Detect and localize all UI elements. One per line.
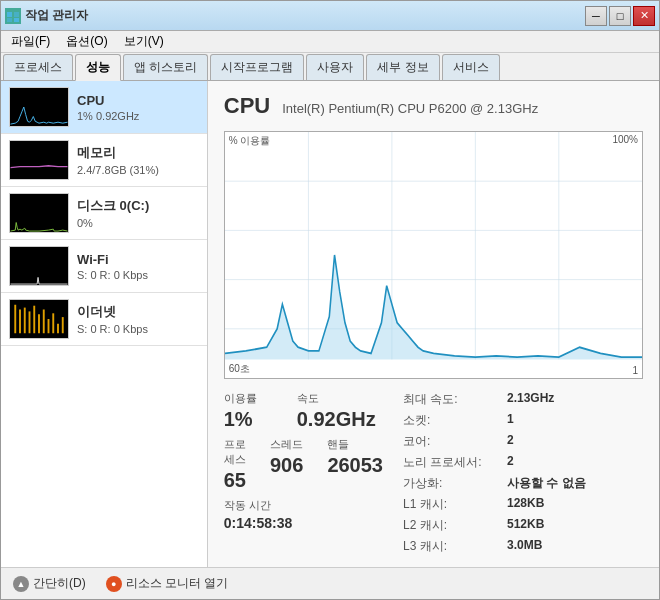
l3-key: L3 캐시: xyxy=(403,538,503,555)
right-stat-l2: L2 캐시: 512KB xyxy=(403,517,643,534)
title-bar: 작업 관리자 ─ □ ✕ xyxy=(1,1,659,31)
cpu-value: 1% 0.92GHz xyxy=(77,110,139,122)
maxspeed-key: 최대 속도: xyxy=(403,391,503,408)
chart-x-label-left: 60초 xyxy=(229,362,250,376)
ethernet-info: 이더넷 S: 0 R: 0 Kbps xyxy=(77,303,148,335)
wifi-mini-graph xyxy=(9,246,69,286)
utilization-stat: 이용률 1% xyxy=(224,391,257,431)
threads-label: 스레드 xyxy=(270,437,303,452)
wifi-value: S: 0 R: 0 Kbps xyxy=(77,269,148,281)
hide-label: 간단히(D) xyxy=(33,575,86,592)
maxspeed-val: 2.13GHz xyxy=(507,391,554,408)
menu-bar: 파일(F) 옵션(O) 보기(V) xyxy=(1,31,659,53)
sockets-key: 소켓: xyxy=(403,412,503,429)
ethernet-value: S: 0 R: 0 Kbps xyxy=(77,323,148,335)
speed-value: 0.92GHz xyxy=(297,408,376,431)
handles-stat: 핸들 26053 xyxy=(327,437,383,492)
memory-value: 2.4/7.8GB (31%) xyxy=(77,164,159,176)
disk-mini-graph xyxy=(9,193,69,233)
svg-rect-6 xyxy=(11,194,68,232)
menu-options[interactable]: 옵션(O) xyxy=(60,31,113,52)
resource-monitor-icon: ● xyxy=(106,576,122,592)
tab-performance[interactable]: 성능 xyxy=(75,54,121,81)
menu-view[interactable]: 보기(V) xyxy=(118,31,170,52)
tab-users[interactable]: 사용자 xyxy=(306,54,364,80)
utilization-value: 1% xyxy=(224,408,257,431)
hide-button[interactable]: ▲ 간단히(D) xyxy=(13,575,86,592)
virt-key: 가상화: xyxy=(403,475,503,492)
close-button[interactable]: ✕ xyxy=(633,6,655,26)
app-icon xyxy=(5,8,21,24)
bottom-bar: ▲ 간단히(D) ● 리소스 모니터 열기 xyxy=(1,567,659,599)
speed-label: 속도 xyxy=(297,391,376,406)
right-stat-virt: 가상화: 사용할 수 없음 xyxy=(403,475,643,492)
main-stats: 이용률 1% 속도 0.92GHz 프로세스 65 xyxy=(224,391,383,555)
l1-val: 128KB xyxy=(507,496,544,513)
handles-value: 26053 xyxy=(327,454,383,477)
l2-key: L2 캐시: xyxy=(403,517,503,534)
l2-val: 512KB xyxy=(507,517,544,534)
window: 작업 관리자 ─ □ ✕ 파일(F) 옵션(O) 보기(V) 프로세스 성능 앱… xyxy=(0,0,660,600)
tab-details[interactable]: 세부 정보 xyxy=(366,54,439,80)
disk-info: 디스크 0(C:) 0% xyxy=(77,197,149,229)
detail-panel: CPU Intel(R) Pentium(R) CPU P6200 @ 2.13… xyxy=(208,81,659,567)
main-content: CPU 1% 0.92GHz 메모리 2.4/7.8GB (31%) xyxy=(1,81,659,567)
memory-name: 메모리 xyxy=(77,144,159,162)
sidebar-item-wifi[interactable]: Wi-Fi S: 0 R: 0 Kbps xyxy=(1,240,207,293)
threads-stat: 스레드 906 xyxy=(270,437,303,492)
logical-key: 노리 프로세서: xyxy=(403,454,503,471)
right-stat-logical: 노리 프로세서: 2 xyxy=(403,454,643,471)
resource-monitor-button[interactable]: ● 리소스 모니터 열기 xyxy=(106,575,229,592)
right-stat-sockets: 소켓: 1 xyxy=(403,412,643,429)
svg-rect-7 xyxy=(11,247,68,285)
right-stat-cores: 코어: 2 xyxy=(403,433,643,450)
chart-x-label-right: 1 xyxy=(632,365,638,376)
sidebar-item-disk[interactable]: 디스크 0(C:) 0% xyxy=(1,187,207,240)
svg-marker-28 xyxy=(225,255,642,360)
memory-info: 메모리 2.4/7.8GB (31%) xyxy=(77,144,159,176)
speed-stat: 속도 0.92GHz xyxy=(297,391,376,431)
detail-title: CPU xyxy=(224,93,270,119)
svg-rect-4 xyxy=(11,88,68,126)
maximize-button[interactable]: □ xyxy=(609,6,631,26)
detail-subtitle: Intel(R) Pentium(R) CPU P6200 @ 2.13GHz xyxy=(282,101,538,116)
right-stat-maxspeed: 최대 속도: 2.13GHz xyxy=(403,391,643,408)
cores-key: 코어: xyxy=(403,433,503,450)
tab-startup[interactable]: 시작프로그램 xyxy=(210,54,304,80)
cpu-name: CPU xyxy=(77,93,139,108)
tab-app-history[interactable]: 앱 히스토리 xyxy=(123,54,208,80)
processes-label: 프로세스 xyxy=(224,437,246,467)
sidebar-item-memory[interactable]: 메모리 2.4/7.8GB (31%) xyxy=(1,134,207,187)
sidebar: CPU 1% 0.92GHz 메모리 2.4/7.8GB (31%) xyxy=(1,81,208,567)
ethernet-mini-graph xyxy=(9,299,69,339)
svg-rect-3 xyxy=(14,18,19,22)
l1-key: L1 캐시: xyxy=(403,496,503,513)
handles-label: 핸들 xyxy=(327,437,383,452)
sidebar-item-ethernet[interactable]: 이더넷 S: 0 R: 0 Kbps xyxy=(1,293,207,346)
wifi-info: Wi-Fi S: 0 R: 0 Kbps xyxy=(77,252,148,281)
threads-value: 906 xyxy=(270,454,303,477)
l3-val: 3.0MB xyxy=(507,538,542,555)
title-bar-left: 작업 관리자 xyxy=(5,7,88,24)
tab-processes[interactable]: 프로세스 xyxy=(3,54,73,80)
cpu-mini-graph xyxy=(9,87,69,127)
svg-rect-1 xyxy=(14,12,19,17)
sidebar-item-cpu[interactable]: CPU 1% 0.92GHz xyxy=(1,81,207,134)
detail-header: CPU Intel(R) Pentium(R) CPU P6200 @ 2.13… xyxy=(224,93,643,119)
memory-mini-graph xyxy=(9,140,69,180)
minimize-button[interactable]: ─ xyxy=(585,6,607,26)
tab-services[interactable]: 서비스 xyxy=(442,54,500,80)
cpu-info: CPU 1% 0.92GHz xyxy=(77,93,139,122)
logical-val: 2 xyxy=(507,454,514,471)
uptime-value: 0:14:58:38 xyxy=(224,515,383,531)
resource-monitor-label: 리소스 모니터 열기 xyxy=(126,575,229,592)
virt-val: 사용할 수 없음 xyxy=(507,475,586,492)
chart-top-label: 100% xyxy=(612,134,638,145)
title-bar-controls: ─ □ ✕ xyxy=(585,6,655,26)
right-stats: 최대 속도: 2.13GHz 소켓: 1 코어: 2 노리 프로세서: 2 xyxy=(403,391,643,555)
window-title: 작업 관리자 xyxy=(25,7,88,24)
menu-file[interactable]: 파일(F) xyxy=(5,31,56,52)
cores-val: 2 xyxy=(507,433,514,450)
svg-rect-0 xyxy=(7,12,12,17)
processes-stat: 프로세스 65 xyxy=(224,437,246,492)
